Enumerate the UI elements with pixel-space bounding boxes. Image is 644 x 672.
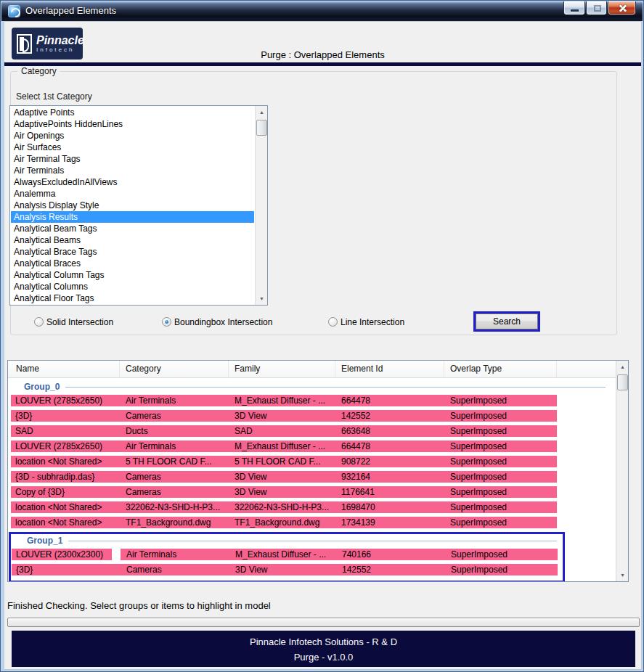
- category-option[interactable]: Analytical Columns: [11, 281, 254, 292]
- table-cell[interactable]: TF1_Background.dwg: [120, 517, 229, 528]
- table-cell[interactable]: 908722: [335, 456, 444, 467]
- category-option[interactable]: Analytical Column Tags: [11, 269, 254, 281]
- table-cell[interactable]: Cameras: [121, 564, 229, 575]
- table-cell[interactable]: 1734139: [335, 517, 444, 528]
- table-row[interactable]: {3D}Cameras3D View142552SuperImposed: [11, 410, 557, 422]
- table-cell[interactable]: SuperImposed: [444, 395, 557, 406]
- table-cell[interactable]: Ducts: [120, 425, 229, 437]
- radio-icon[interactable]: [34, 317, 44, 327]
- table-cell[interactable]: SuperImposed: [444, 441, 557, 452]
- grid-scrollbar[interactable]: ▲ ▼: [616, 361, 628, 581]
- table-cell[interactable]: Cameras: [120, 471, 229, 483]
- table-cell[interactable]: 664478: [335, 395, 444, 406]
- table-cell[interactable]: SAD: [11, 425, 120, 437]
- table-cell[interactable]: SuperImposed: [444, 456, 557, 467]
- category-option[interactable]: AlwaysExcludedInAllViews: [11, 176, 254, 188]
- listbox-scrollbar[interactable]: ▲ ▼: [255, 106, 267, 305]
- table-cell[interactable]: 1698470: [335, 501, 444, 513]
- table-cell[interactable]: Cameras: [120, 486, 229, 498]
- category-listbox[interactable]: Adaptive PointsAdaptivePoints HiddenLine…: [9, 105, 268, 306]
- column-header[interactable]: Category: [120, 361, 229, 378]
- category-option[interactable]: Analytical Brace Tags: [11, 246, 254, 258]
- group-label[interactable]: Group_1: [27, 536, 62, 546]
- category-option[interactable]: Air Terminal Tags: [11, 153, 254, 165]
- table-row[interactable]: LOUVER (2785x2650)Air TerminalsM_Exhaust…: [11, 395, 557, 406]
- table-cell[interactable]: Air Terminals: [120, 441, 229, 452]
- grid-scroll-thumb[interactable]: [617, 374, 628, 390]
- scroll-down-icon[interactable]: ▼: [616, 569, 629, 581]
- close-button[interactable]: [608, 1, 636, 15]
- table-cell[interactable]: location <Not Shared>: [11, 456, 120, 467]
- table-cell[interactable]: location <Not Shared>: [11, 501, 120, 513]
- table-row[interactable]: LOUVER (2785x2650)Air TerminalsM_Exhaust…: [11, 441, 557, 452]
- table-cell[interactable]: LOUVER (2785x2650): [11, 441, 120, 452]
- column-header[interactable]: Family: [229, 361, 335, 378]
- group-label[interactable]: Group_0: [24, 382, 60, 392]
- category-option[interactable]: Analytical Beam Tags: [11, 223, 254, 234]
- table-cell[interactable]: Air Terminals: [121, 549, 229, 560]
- table-row[interactable]: location <Not Shared>322062-N3-SHD-H-P3.…: [11, 501, 557, 513]
- category-option[interactable]: AdaptivePoints HiddenLines: [11, 118, 254, 130]
- column-header[interactable]: Overlap Type: [444, 361, 557, 378]
- table-cell[interactable]: SuperImposed: [444, 471, 557, 483]
- category-option[interactable]: Analysis Display Style: [11, 200, 254, 211]
- table-cell[interactable]: 740166: [336, 549, 445, 560]
- radio-solid-intersection[interactable]: Solid Intersection: [34, 316, 113, 328]
- table-row[interactable]: {3D - subhradip.das}Cameras3D View932164…: [11, 471, 557, 483]
- maximize-button[interactable]: [586, 1, 607, 15]
- table-cell[interactable]: 663648: [335, 425, 444, 437]
- table-cell[interactable]: LOUVER (2785x2650): [11, 395, 120, 406]
- scroll-down-icon[interactable]: ▼: [256, 292, 268, 305]
- table-cell[interactable]: {3D}: [11, 410, 120, 422]
- table-cell[interactable]: SuperImposed: [444, 486, 557, 498]
- table-cell[interactable]: 3D View: [229, 486, 335, 498]
- scroll-up-icon[interactable]: ▲: [616, 361, 629, 373]
- column-header[interactable]: Name: [8, 361, 120, 378]
- table-cell[interactable]: SuperImposed: [444, 410, 557, 422]
- table-cell[interactable]: 3D View: [229, 564, 336, 575]
- table-cell[interactable]: {3D - subhradip.das}: [11, 471, 120, 483]
- column-header[interactable]: Element Id: [335, 361, 444, 378]
- table-cell[interactable]: 1176641: [335, 486, 444, 498]
- table-cell[interactable]: Air Terminals: [120, 395, 229, 406]
- table-cell[interactable]: SuperImposed: [444, 517, 557, 528]
- minimize-button[interactable]: [563, 1, 585, 15]
- category-option[interactable]: Air Surfaces: [11, 142, 254, 153]
- table-cell[interactable]: SuperImposed: [444, 425, 557, 437]
- table-cell[interactable]: Cameras: [120, 410, 229, 422]
- table-cell[interactable]: 3D View: [229, 471, 335, 483]
- table-row[interactable]: location <Not Shared>5 TH FLOOR CAD F...…: [11, 456, 557, 467]
- table-cell[interactable]: 3D View: [229, 410, 335, 422]
- table-cell[interactable]: 142552: [336, 564, 445, 575]
- table-cell[interactable]: Copy of {3D}: [11, 486, 120, 498]
- category-option[interactable]: Analytical Floor Tags: [11, 292, 254, 304]
- radio-boundingbox-intersection[interactable]: Boundingbox Intersection: [162, 316, 272, 328]
- category-option[interactable]: Air Terminals: [11, 165, 254, 176]
- table-cell[interactable]: 5 TH FLOOR CAD F...: [229, 456, 335, 467]
- category-option[interactable]: Analytical Beams: [11, 234, 254, 246]
- radio-line-intersection[interactable]: Line Intersection: [328, 316, 404, 328]
- table-cell[interactable]: SuperImposed: [445, 564, 558, 575]
- table-cell[interactable]: SAD: [229, 425, 335, 437]
- table-cell[interactable]: 5 TH FLOOR CAD F...: [120, 456, 229, 467]
- table-row[interactable]: {3D}Cameras3D View142552SuperImposed: [12, 564, 558, 575]
- table-cell[interactable]: 932164: [335, 471, 444, 483]
- table-row[interactable]: Copy of {3D}Cameras3D View1176641SuperIm…: [11, 486, 557, 498]
- table-cell[interactable]: 664478: [335, 441, 444, 452]
- table-cell[interactable]: {3D}: [12, 564, 121, 575]
- table-cell[interactable]: 142552: [335, 410, 444, 422]
- table-row[interactable]: SADDuctsSAD663648SuperImposed: [11, 425, 557, 437]
- scroll-up-icon[interactable]: ▲: [256, 106, 268, 118]
- table-cell[interactable]: LOUVER (2300x2300): [12, 549, 121, 560]
- table-cell[interactable]: TF1_Background.dwg: [229, 517, 335, 528]
- search-button[interactable]: Search: [476, 314, 538, 329]
- table-cell[interactable]: location <Not Shared>: [11, 517, 120, 528]
- table-row[interactable]: location <Not Shared>TF1_Background.dwgT…: [11, 517, 557, 528]
- category-option[interactable]: Analemma: [11, 188, 254, 200]
- table-cell[interactable]: 322062-N3-SHD-H-P3...: [229, 501, 335, 513]
- category-option[interactable]: Analysis Results: [11, 211, 254, 223]
- category-option[interactable]: Analytical Braces: [11, 258, 254, 269]
- table-row[interactable]: LOUVER (2300x2300)Air TerminalsM_Exhaust…: [12, 549, 558, 560]
- table-cell[interactable]: SuperImposed: [445, 549, 558, 560]
- table-cell[interactable]: SuperImposed: [444, 501, 557, 513]
